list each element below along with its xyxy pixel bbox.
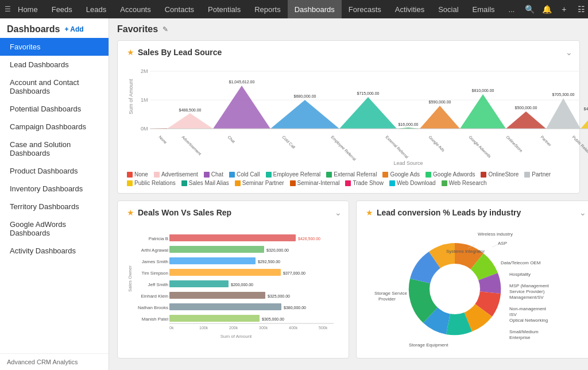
svg-text:None: None	[158, 135, 168, 145]
conversion-chart-svg: Wireless industry ASP Systems Integrator…	[366, 223, 584, 349]
search-icon[interactable]: 🔍	[521, 0, 537, 18]
nav-feeds[interactable]: Feeds	[45, 0, 79, 18]
svg-text:Optical Networking: Optical Networking	[509, 318, 548, 323]
svg-text:$680,000.00: $680,000.00	[294, 94, 316, 98]
sidebar-item-product[interactable]: Product Dashboards	[0, 162, 109, 180]
edit-icon[interactable]: ✎	[163, 25, 168, 33]
sidebar-footer: Advanced CRM Analytics	[0, 353, 109, 370]
deals-won-card: ★ Deals Won Vs Sales Rep ⌄ Sales Owner P…	[117, 201, 349, 359]
svg-text:Non-management: Non-management	[509, 306, 547, 311]
svg-text:$810,000.00: $810,000.00	[472, 88, 494, 92]
nav-accounts[interactable]: Accounts	[113, 0, 157, 18]
legend-onlinestore: OnlineStore	[481, 171, 519, 178]
nav-social[interactable]: Social	[431, 0, 465, 18]
bottom-charts-row: ★ Deals Won Vs Sales Rep ⌄ Sales Owner P…	[117, 201, 580, 359]
star-icon-conversion: ★	[366, 208, 373, 217]
apps-icon[interactable]: ☷	[573, 0, 588, 18]
svg-rect-69	[169, 315, 260, 322]
legend-external-referral: External Referral	[326, 171, 377, 178]
legend-seminar-internal: Seminar-Internal	[290, 180, 340, 186]
svg-line-97	[492, 245, 497, 247]
nav-contacts[interactable]: Contacts	[158, 0, 201, 18]
sidebar-item-google-adwords[interactable]: Google AdWords Dashboards	[0, 215, 109, 242]
svg-text:Google Ads: Google Ads	[428, 135, 446, 153]
legend-google-ads: Google Ads	[382, 171, 420, 178]
collapse-conversion-chart[interactable]: ⌄	[579, 208, 586, 217]
nav-home[interactable]: Home	[11, 0, 45, 18]
svg-text:$715,000.00: $715,000.00	[357, 91, 380, 95]
svg-text:ISV: ISV	[509, 312, 517, 317]
svg-text:$377,000.00: $377,000.00	[283, 271, 305, 275]
svg-text:Provider: Provider	[378, 296, 396, 302]
legend-google-adwords: Google Adwords	[425, 171, 475, 178]
legend-trade-show: Trade Show	[345, 180, 384, 186]
sidebar-item-inventory[interactable]: Inventory Dashboards	[0, 180, 109, 198]
sidebar-item-account-contact[interactable]: Account and Contact Dashboards	[0, 74, 109, 100]
svg-text:400k: 400k	[289, 326, 298, 330]
hamburger-menu[interactable]: ☰	[5, 0, 11, 18]
svg-rect-57	[169, 269, 281, 276]
svg-text:Systems Integrator: Systems Integrator	[446, 249, 485, 254]
svg-text:$705,300.00: $705,300.00	[552, 92, 575, 97]
svg-text:Sales Owner: Sales Owner	[127, 265, 133, 292]
main-content: Favorites ✎ ★ Sales By Lead Source ⌄ 2M …	[109, 18, 588, 370]
collapse-sales-chart[interactable]: ⌄	[566, 48, 572, 57]
sales-chart-container: 2M 1M 0M Sum of Amount $488,500.00	[127, 63, 570, 168]
svg-text:$426,500.00: $426,500.00	[298, 237, 320, 241]
legend-partner: Partner	[524, 171, 551, 178]
svg-marker-8	[167, 113, 213, 129]
collapse-deals-chart[interactable]: ⌄	[335, 208, 342, 217]
sidebar-add-button[interactable]: + Add	[64, 25, 83, 33]
notifications-icon[interactable]: 🔔	[539, 0, 555, 18]
deals-won-title-text: Deals Won Vs Sales Rep	[138, 208, 231, 217]
legend-advertisement: Advertisement	[154, 171, 198, 178]
nav-forecasts[interactable]: Forecasts	[342, 0, 388, 18]
svg-text:Sum of Amount: Sum of Amount	[220, 334, 252, 339]
sidebar-item-campaign[interactable]: Campaign Dashboards	[0, 118, 109, 136]
star-icon-sales: ★	[127, 48, 134, 57]
svg-rect-48	[169, 234, 296, 241]
svg-marker-18	[420, 106, 460, 129]
svg-text:Storage Equipment: Storage Equipment	[409, 342, 448, 348]
nav-emails[interactable]: Emails	[466, 0, 502, 18]
nav-reports[interactable]: Reports	[247, 0, 288, 18]
svg-text:Service Provider): Service Provider)	[509, 289, 545, 294]
sidebar-item-potential[interactable]: Potential Dashboards	[0, 100, 109, 118]
svg-text:Lead Source: Lead Source	[393, 160, 423, 166]
svg-text:Google Adwords: Google Adwords	[468, 135, 492, 159]
svg-text:$455,000.00: $455,000.00	[584, 107, 588, 111]
svg-point-79	[430, 264, 480, 314]
svg-text:200k: 200k	[229, 326, 238, 330]
svg-marker-22	[506, 111, 546, 129]
content-header: Favorites ✎	[117, 24, 580, 34]
sidebar-item-case-solution[interactable]: Case and Solution Dashboards	[0, 136, 109, 162]
svg-text:Wireless industry: Wireless industry	[478, 232, 513, 237]
nav-potentials[interactable]: Potentials	[201, 0, 247, 18]
add-icon[interactable]: +	[556, 0, 572, 18]
nav-dashboards[interactable]: Dashboards	[288, 0, 342, 18]
top-navigation: ☰ Home Feeds Leads Accounts Contacts Pot…	[0, 0, 588, 18]
lead-conversion-title: ★ Lead conversion % Leads by industry	[366, 208, 584, 217]
svg-text:$1,045,612.00: $1,045,612.00	[229, 80, 255, 84]
nav-leads[interactable]: Leads	[79, 0, 113, 18]
svg-text:Partner: Partner	[540, 135, 552, 148]
svg-text:0k: 0k	[169, 326, 174, 330]
chart-title-sales: ★ Sales By Lead Source	[127, 48, 570, 57]
legend-sales-mail-alias: Sales Mail Alias	[181, 180, 229, 186]
svg-marker-26	[581, 113, 588, 129]
deals-won-title: ★ Deals Won Vs Sales Rep	[127, 208, 339, 217]
nav-more[interactable]: ...	[502, 0, 522, 18]
svg-text:Einhard Klein: Einhard Klein	[141, 294, 168, 299]
svg-rect-54	[169, 257, 256, 264]
svg-text:$325,000.00: $325,000.00	[268, 294, 290, 298]
svg-text:Tim Simpson: Tim Simpson	[142, 271, 168, 276]
sales-by-lead-source-card: ★ Sales By Lead Source ⌄ 2M 1M 0M Sum of…	[117, 40, 580, 194]
svg-text:$500,000.00: $500,000.00	[515, 106, 537, 110]
sidebar-item-territory[interactable]: Territory Dashboards	[0, 198, 109, 215]
sidebar-item-favorites[interactable]: Favorites	[0, 38, 109, 56]
sidebar-item-lead-dashboards[interactable]: Lead Dashboards	[0, 56, 109, 74]
nav-activities[interactable]: Activities	[388, 0, 431, 18]
sidebar: Dashboards + Add Favorites Lead Dashboar…	[0, 18, 109, 370]
nav-action-icons: 🔍 🔔 + ☷ ✉ 1 ✕	[521, 0, 588, 18]
sidebar-item-activity[interactable]: Activity Dashboards	[0, 242, 109, 260]
